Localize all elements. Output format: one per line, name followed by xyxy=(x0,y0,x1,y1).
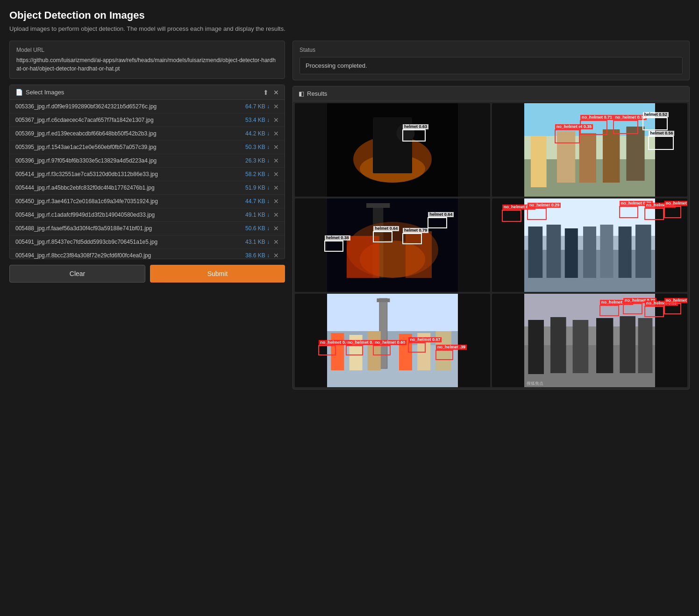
upload-button[interactable]: ⬆ xyxy=(263,89,269,96)
detection-overlay: helmet 0.38helmet 0.64helmet 0.79helmet … xyxy=(295,198,490,292)
detection-box-nohelmet-1: no_helmet 0.59 xyxy=(346,345,364,355)
file-name: 005369_jpg.rf.ed139eceabcdbf66b648bb50f5… xyxy=(15,130,245,137)
file-item-right: 50.3 KB ↓ ✕ xyxy=(245,144,279,150)
file-size: 50.3 KB ↓ xyxy=(245,144,270,150)
detection-label: helmet 0.64 xyxy=(428,212,454,217)
detection-overlay: no_helmet 0.63no_helmet 0.59no_helmet 0.… xyxy=(295,294,490,387)
result-image-img3[interactable]: helmet 0.38helmet 0.64helmet 0.79helmet … xyxy=(295,198,490,292)
results-label: Results xyxy=(307,90,327,97)
file-item-right: 58.2 KB ↓ ✕ xyxy=(245,171,279,177)
detection-overlay: no_helmet 0.52no_helmet 0.72no_helmet 0.… xyxy=(492,294,687,387)
file-item-right: 44.2 KB ↓ ✕ xyxy=(245,130,279,137)
file-remove-button[interactable]: ✕ xyxy=(273,239,279,245)
file-remove-button[interactable]: ✕ xyxy=(273,117,279,123)
detection-box-nohelmet-1: no_helmet 0.72 xyxy=(623,303,642,314)
submit-button[interactable]: Submit xyxy=(150,265,285,283)
file-item: 005396_jpg.rf.97f054bf6b3303e5c13829a4d5… xyxy=(10,154,285,168)
detection-box-helmet-3: helmet 0.52 xyxy=(642,117,668,130)
file-name: 005414_jpg.rf.f3c32551ae7ca53120d0db1312… xyxy=(15,171,245,177)
detection-label: helmet 0.56 xyxy=(649,131,674,136)
file-item-right: 38.6 KB ↓ ✕ xyxy=(245,252,279,259)
file-remove-button[interactable]: ✕ xyxy=(273,252,279,259)
detection-box-nohelmet-2: no_helmet et 0.35 xyxy=(555,129,580,143)
file-remove-button[interactable]: ✕ xyxy=(273,212,279,218)
detection-box-nohelmet-4: no_helmet 0.37 xyxy=(664,206,682,218)
file-name: 005396_jpg.rf.97f054bf6b3303e5c13829a4d5… xyxy=(15,157,245,164)
file-remove-button[interactable]: ✕ xyxy=(273,144,279,150)
results-section: ◧ Results helmet 0.63 no_helmet 0.71no_h… xyxy=(292,86,690,389)
detection-label: no_helmet 0.71 xyxy=(580,115,613,120)
file-item-right: 51.9 KB ↓ ✕ xyxy=(245,184,279,191)
file-remove-button[interactable]: ✕ xyxy=(273,198,279,205)
status-section: Status Processing completed. xyxy=(292,41,690,80)
status-label: Status xyxy=(300,47,683,53)
detection-label: no_helmet 0.71 xyxy=(613,115,647,120)
file-name: 005488_jpg.rf.faaef56a3d30f4cf93a59188e7… xyxy=(15,225,245,232)
results-icon: ◧ xyxy=(299,90,304,97)
detection-label: no_helmet .39 xyxy=(436,345,467,350)
file-size: 44.7 KB ↓ xyxy=(245,198,270,205)
file-size: 51.9 KB ↓ xyxy=(245,184,270,191)
file-section: 📄 Select Images ⬆ ✕ 005336_jpg.rf.d0f9e9… xyxy=(9,85,285,259)
detection-label: no_helmet 0.37 xyxy=(664,201,687,206)
file-remove-button[interactable]: ✕ xyxy=(273,171,279,177)
detection-box-helmet-3: helmet 0.64 xyxy=(428,217,447,228)
detection-box-nohelmet-1: no_helmet 0.71 xyxy=(613,120,638,134)
file-remove-button[interactable]: ✕ xyxy=(273,157,279,164)
file-header-icons: ⬆ ✕ xyxy=(263,89,279,96)
file-size: 38.6 KB ↓ xyxy=(245,252,270,259)
file-list: 005336_jpg.rf.d0f9e91992890bf36242321b5d… xyxy=(10,100,285,259)
result-image-img1[interactable]: helmet 0.63 xyxy=(295,103,490,197)
file-name: 005484_jpg.rf.c1adafcf9949d1d3f2b1490405… xyxy=(15,212,245,218)
file-item: 005414_jpg.rf.f3c32551ae7ca53120d0db1312… xyxy=(10,168,285,181)
button-row: Clear Submit xyxy=(9,265,285,283)
detection-label: no_helmet 0.67 xyxy=(408,337,442,342)
file-item-right: 64.7 KB ↓ ✕ xyxy=(245,103,279,110)
detection-box-nohelmet-3: no_helmet 0.60 xyxy=(373,345,391,355)
detection-label: helmet 0.79 xyxy=(403,228,428,233)
detection-box-nohelmet-2: no_helmet 0.33 xyxy=(644,306,664,317)
file-name: 005444_jpg.rf.a45bbc2ebfc832f0dc4f4b1776… xyxy=(15,184,245,191)
file-section-label: Select Images xyxy=(26,89,64,96)
page-subtitle: Upload images to perform object detectio… xyxy=(9,25,690,32)
detection-box-nohelmet-0: no_helmet 0.63 xyxy=(502,210,521,222)
detection-box-helmet-1: helmet 0.64 xyxy=(373,231,392,242)
file-name: 005395_jpg.rf.1543ae1ac21e0e560ebf0fb57a… xyxy=(15,144,245,150)
file-icon: 📄 xyxy=(15,89,23,96)
file-size: 53.4 KB ↓ xyxy=(245,117,270,123)
detection-box-nohelmet-0: no_helmet 0.52 xyxy=(599,305,619,316)
page-title: Object Detection on Images xyxy=(9,9,690,21)
detection-overlay: no_helmet 0.71no_helmet 0.71no_helmet et… xyxy=(492,103,687,197)
file-item-right: 49.1 KB ↓ ✕ xyxy=(245,212,279,218)
file-remove-button[interactable]: ✕ xyxy=(273,184,279,191)
detection-label: no_helmet et 0.35 xyxy=(555,124,593,129)
close-files-button[interactable]: ✕ xyxy=(273,89,279,96)
detection-label: helmet 0.38 xyxy=(325,235,350,241)
result-image-img5[interactable]: no_helmet 0.63no_helmet 0.59no_helmet 0.… xyxy=(295,294,490,387)
model-url-section: Model URL https://github.com/luisarizmen… xyxy=(9,41,285,79)
model-url-value: https://github.com/luisarizmendi/ai-apps… xyxy=(16,56,278,73)
result-image-img2[interactable]: no_helmet 0.71no_helmet 0.71no_helmet et… xyxy=(492,103,687,197)
result-image-img4[interactable]: no_helmet 0.63no_helmet 0.29no_helmet 0.… xyxy=(492,198,687,292)
file-item: 005367_jpg.rf.c6cdaecec4c7acaf657f7fa184… xyxy=(10,113,285,127)
file-item: 005450_jpg.rf.3ae4617c2e0168a1c69a34fe70… xyxy=(10,195,285,208)
file-item: 005491_jpg.rf.85437ec7fd5ddd5993cb9c7064… xyxy=(10,235,285,249)
file-item: 005336_jpg.rf.d0f9e91992890bf36242321b5d… xyxy=(10,100,285,113)
detection-box-helmet-0: helmet 0.38 xyxy=(324,241,344,252)
file-item-right: 43.1 KB ↓ ✕ xyxy=(245,239,279,245)
detection-box-nohelmet-2: no_helmet 0.70 xyxy=(619,206,639,218)
file-item-right: 50.6 KB ↓ ✕ xyxy=(245,225,279,232)
file-remove-button[interactable]: ✕ xyxy=(273,103,279,110)
detection-label: no_helmet 0.38 xyxy=(664,298,687,303)
model-url-label: Model URL xyxy=(16,47,278,53)
file-remove-button[interactable]: ✕ xyxy=(273,225,279,232)
result-image-img6[interactable]: 搜狐焦点 no_helmet 0.52no_helmet 0.72no_helm… xyxy=(492,294,687,387)
file-remove-button[interactable]: ✕ xyxy=(273,130,279,137)
clear-button[interactable]: Clear xyxy=(9,265,145,283)
file-item-right: 26.3 KB ↓ ✕ xyxy=(245,157,279,164)
detection-box-helmet-4: helmet 0.56 xyxy=(648,136,673,150)
detection-box-nohelmet-2: no_helmet 0.67 xyxy=(408,342,426,353)
file-name: 005367_jpg.rf.c6cdaecec4c7acaf657f7fa184… xyxy=(15,117,245,123)
status-message: Processing completed. xyxy=(300,57,683,74)
left-panel: Model URL https://github.com/luisarizmen… xyxy=(9,41,285,389)
